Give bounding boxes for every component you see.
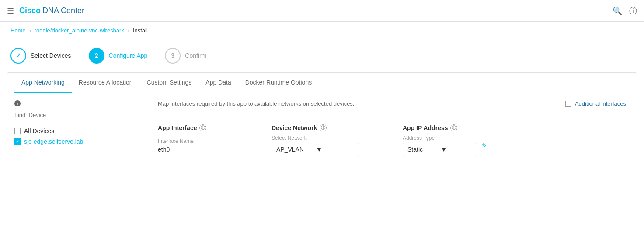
all-devices-row: All Devices xyxy=(14,127,140,134)
find-device-label: i xyxy=(14,100,140,106)
app-interface-info-icon[interactable]: ⓘ xyxy=(199,124,206,131)
map-description: Map interfaces required by this app to a… xyxy=(158,100,354,107)
brand-cisco: Cisco xyxy=(19,6,41,15)
hamburger-icon[interactable]: ☰ xyxy=(7,6,14,16)
tab-content: i All Devices ✓ sjc-edge.selfserve.lab M… xyxy=(7,93,637,230)
col-header-app-interface: App Interface ⓘ xyxy=(158,124,272,131)
network-dropdown-value-0: AP_VLAN xyxy=(276,146,314,153)
step-circle-1: ✓ xyxy=(10,48,26,64)
tab-docker-runtime[interactable]: Docker Runtime Options xyxy=(238,73,319,93)
search-icon[interactable]: 🔍 xyxy=(613,6,622,16)
additional-interfaces[interactable]: Additional interfaces xyxy=(565,100,626,107)
cell-app-ip-0: Address Type Static ▼ ✎ xyxy=(403,135,626,156)
brand-dna: DNA Center xyxy=(42,6,84,15)
address-type-value-0: Static xyxy=(407,146,439,153)
interface-name-value-0: eth0 xyxy=(158,146,272,153)
wizard-step-2[interactable]: 2 Configure App xyxy=(89,48,148,64)
main-content: App Networking Resource Allocation Custo… xyxy=(7,72,637,230)
address-type-dropdown-0[interactable]: Static ▼ xyxy=(403,143,477,156)
device-panel: i All Devices ✓ sjc-edge.selfserve.lab xyxy=(7,93,147,230)
tab-bar: App Networking Resource Allocation Custo… xyxy=(7,73,637,93)
breadcrumb-home[interactable]: Home xyxy=(10,27,26,34)
address-type-label-0: Address Type xyxy=(403,135,477,141)
all-devices-checkbox[interactable] xyxy=(14,128,21,134)
network-dropdown-chevron-0: ▼ xyxy=(316,146,354,153)
edit-icon-0[interactable]: ✎ xyxy=(480,142,488,149)
step-circle-2: 2 xyxy=(89,48,104,64)
top-nav: ☰ Cisco DNA Center 🔍 ⓘ xyxy=(0,0,644,22)
wizard-steps: ✓ Select Devices 2 Configure App 3 Confi… xyxy=(0,39,644,72)
all-devices-label: All Devices xyxy=(24,127,54,134)
step-label-2: Configure App xyxy=(109,52,148,59)
breadcrumb: Home › roddie/docker_alpine-vnc-wireshar… xyxy=(0,22,644,39)
col-header-device-network: Device Network ⓘ xyxy=(272,124,403,131)
find-device-info-icon: i xyxy=(14,100,21,106)
tab-custom-settings[interactable]: Custom Settings xyxy=(140,73,199,93)
add-iface-checkbox[interactable] xyxy=(565,101,571,107)
cell-device-network-0: Select Network AP_VLAN ▼ xyxy=(272,135,403,156)
device-network-info-icon[interactable]: ⓘ xyxy=(320,124,327,131)
address-type-chevron-0: ▼ xyxy=(441,146,472,153)
network-dropdown-0[interactable]: AP_VLAN ▼ xyxy=(272,143,359,156)
step-label-1: Select Devices xyxy=(31,52,71,59)
device-checkbox-0[interactable]: ✓ xyxy=(14,138,21,145)
breadcrumb-repo[interactable]: roddie/docker_alpine-vnc-wireshark xyxy=(35,27,124,34)
device-row-0: ✓ sjc-edge.selfserve.lab xyxy=(14,138,140,145)
step-label-3: Confirm xyxy=(185,52,206,59)
col-header-app-ip: App IP Address ⓘ xyxy=(403,124,626,131)
nav-right: 🔍 ⓘ xyxy=(613,6,637,16)
breadcrumb-sep-1: › xyxy=(29,28,31,34)
network-header-row: App Interface ⓘ Device Network ⓘ App IP … xyxy=(158,124,626,131)
network-data-row-0: Interface Name eth0 Select Network AP_VL… xyxy=(158,135,626,156)
tab-app-data[interactable]: App Data xyxy=(198,73,238,93)
step-circle-3: 3 xyxy=(165,48,181,64)
wizard-step-3[interactable]: 3 Confirm xyxy=(165,48,206,64)
select-network-label-0: Select Network xyxy=(272,135,403,141)
brand: Cisco DNA Center xyxy=(19,6,84,15)
tab-resource-allocation[interactable]: Resource Allocation xyxy=(72,73,140,93)
find-device-input[interactable] xyxy=(14,110,140,120)
device-name-0[interactable]: sjc-edge.selfserve.lab xyxy=(24,138,83,145)
cell-app-interface-0: Interface Name eth0 xyxy=(158,138,272,153)
additional-interfaces-label: Additional interfaces xyxy=(575,100,626,107)
wizard-step-1[interactable]: ✓ Select Devices xyxy=(10,48,71,64)
tab-app-networking[interactable]: App Networking xyxy=(14,73,72,93)
network-panel: Map interfaces required by this app to a… xyxy=(147,93,637,230)
app-ip-info-icon[interactable]: ⓘ xyxy=(450,124,457,131)
breadcrumb-current: Install xyxy=(133,27,148,34)
breadcrumb-sep-2: › xyxy=(128,28,129,34)
help-icon[interactable]: ⓘ xyxy=(629,6,637,16)
interface-name-label-0: Interface Name xyxy=(158,138,272,144)
